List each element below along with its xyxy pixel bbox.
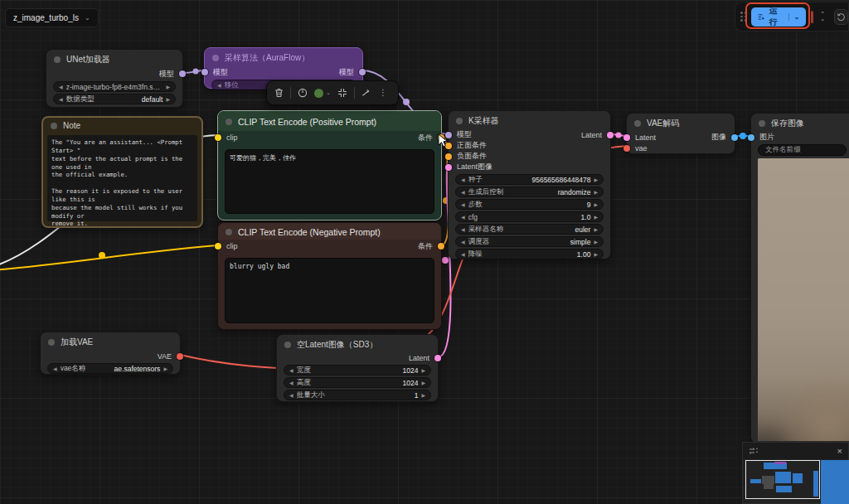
scheduler-widget[interactable]: ◀ 调度器 simple ▶ — [455, 236, 604, 247]
image-preview[interactable] — [758, 158, 849, 441]
widget-right-arrow-icon[interactable]: ▶ — [166, 85, 170, 90]
widget-left-arrow-icon[interactable]: ◀ — [289, 368, 294, 373]
widget-left-arrow-icon[interactable]: ◀ — [461, 190, 465, 195]
node-clip-positive[interactable]: CLIP Text Encode (Positive Prompt) clip … — [217, 110, 442, 220]
steps-widget[interactable]: ◀ 步数 9 ▶ — [455, 199, 604, 210]
widget-left-arrow-icon[interactable]: ◀ — [461, 177, 465, 182]
negative-prompt-textarea[interactable]: blurry ugly bad — [225, 258, 434, 323]
model-output-port[interactable] — [179, 70, 186, 77]
minimap-viewport[interactable] — [745, 460, 820, 499]
node-aura-header[interactable]: 采样算法（AuraFlow） — [205, 48, 362, 66]
node-save-image[interactable]: 保存图像 图片 文件名前缀 — [750, 113, 849, 443]
widget-right-arrow-icon[interactable]: ▶ — [594, 227, 598, 232]
run-button[interactable]: 运行 ⌄ — [751, 7, 806, 27]
node-vae-decode[interactable]: VAE解码 Latent 图像 vae — [626, 113, 735, 154]
delete-icon[interactable] — [274, 88, 284, 98]
run-options-chevron-icon[interactable]: ⌄ — [788, 13, 800, 21]
collapse-dot-icon[interactable] — [284, 342, 291, 348]
collapse-dot-icon[interactable] — [634, 120, 641, 127]
node-negative-header[interactable]: CLIP Text Encode (Negative Prompt) — [218, 223, 441, 240]
sampler-name-widget[interactable]: ◀ 采样器名称 euler ▶ — [455, 224, 604, 235]
latent-output-port[interactable] — [607, 132, 614, 138]
widget-right-arrow-icon[interactable]: ▶ — [421, 393, 425, 398]
widget-right-arrow-icon[interactable]: ▶ — [594, 177, 598, 182]
widget-right-arrow-icon[interactable]: ▶ — [594, 240, 598, 245]
widget-left-arrow-icon[interactable]: ◀ — [289, 380, 294, 385]
model-input-port[interactable] — [445, 132, 452, 138]
control-after-generate-widget[interactable]: ◀ 生成后控制 randomize ▶ — [455, 187, 604, 197]
filename-prefix-input[interactable]: 文件名前缀 — [758, 144, 847, 156]
model-output-port[interactable] — [359, 69, 366, 75]
cfg-widget[interactable]: ◀ cfg 1.0 ▶ — [455, 211, 604, 222]
node-saveimage-header[interactable]: 保存图像 — [751, 114, 849, 132]
batch-count-stepper[interactable]: ⌃ ⌄ — [816, 7, 829, 27]
minimap-panel[interactable]: × — [742, 442, 849, 504]
collapse-icon[interactable] — [337, 88, 347, 98]
node-clip-negative[interactable]: CLIP Text Encode (Negative Prompt) clip … — [217, 222, 442, 330]
clip-input-port[interactable] — [215, 243, 221, 250]
collapse-dot-icon[interactable] — [51, 123, 57, 129]
width-widget[interactable]: ◀ 宽度 1024 ▶ — [284, 365, 431, 376]
widget-left-arrow-icon[interactable]: ◀ — [461, 240, 465, 245]
widget-left-arrow-icon[interactable]: ◀ — [53, 366, 57, 371]
batch-size-widget[interactable]: ◀ 批量大小 1 ▶ — [284, 390, 431, 400]
collapse-dot-icon[interactable] — [226, 119, 232, 125]
collapse-dot-icon[interactable] — [48, 339, 55, 346]
bypass-icon[interactable] — [298, 88, 308, 98]
reroute-icon[interactable] — [361, 89, 372, 98]
denoise-widget[interactable]: ◀ 降噪 1.00 ▶ — [455, 249, 604, 259]
vae-input-port[interactable] — [623, 145, 630, 152]
collapse-dot-icon[interactable] — [54, 56, 61, 63]
latent-input-port[interactable] — [445, 164, 452, 171]
collapse-dot-icon[interactable] — [226, 229, 232, 235]
widget-right-arrow-icon[interactable]: ▶ — [166, 97, 170, 102]
image-output-port[interactable] — [731, 134, 738, 141]
widget-right-arrow-icon[interactable]: ▶ — [594, 202, 598, 207]
node-empty-latent[interactable]: 空Latent图像（SD3） Latent ◀ 宽度 1024 ▶ ◀ 高度 1… — [276, 334, 439, 402]
node-loadvae-header[interactable]: 加载VAE — [41, 332, 180, 351]
latent-input-port[interactable] — [623, 134, 630, 141]
negative-input-port[interactable] — [445, 153, 452, 160]
conditioning-output-port[interactable] — [438, 134, 444, 141]
minimap-canvas[interactable] — [743, 459, 848, 503]
node-ksampler[interactable]: K采样器 模型 Latent 正面条件 负面条件 Latent图像 ◀ 种子 9… — [448, 110, 611, 259]
widget-right-arrow-icon[interactable]: ▶ — [594, 190, 598, 195]
unet-dtype-widget[interactable]: ◀ 数据类型 default ▶ — [53, 94, 176, 104]
model-input-port[interactable] — [201, 69, 208, 75]
height-widget[interactable]: ◀ 高度 1024 ▶ — [284, 377, 431, 388]
widget-left-arrow-icon[interactable]: ◀ — [217, 83, 221, 88]
node-unet-header[interactable]: UNet加载器 — [46, 50, 182, 68]
latent-output-port[interactable] — [434, 355, 441, 361]
widget-left-arrow-icon[interactable]: ◀ — [289, 393, 294, 398]
note-text[interactable]: The "You are an assistant... <Prompt Sta… — [47, 135, 197, 221]
widget-left-arrow-icon[interactable]: ◀ — [461, 252, 465, 257]
node-color-picker[interactable]: ⌄ — [314, 89, 331, 98]
collapse-dot-icon[interactable] — [759, 120, 765, 127]
node-positive-header[interactable]: CLIP Text Encode (Positive Prompt) — [218, 111, 441, 131]
node-note[interactable]: Note The "You are an assistant... <Promp… — [41, 116, 203, 228]
history-button[interactable] — [834, 9, 848, 25]
widget-left-arrow-icon[interactable]: ◀ — [461, 227, 465, 232]
widget-right-arrow-icon[interactable]: ▶ — [421, 368, 425, 373]
unet-name-widget[interactable]: ◀ z-image-turbo-fp8-e4m3fn.safete ... ▶ — [53, 81, 176, 92]
node-ksampler-header[interactable]: K采样器 — [449, 111, 610, 129]
widget-right-arrow-icon[interactable]: ▶ — [163, 366, 167, 371]
collapse-dot-icon[interactable] — [212, 55, 219, 61]
more-menu-icon[interactable]: ⋮ — [379, 89, 387, 97]
clip-input-port[interactable] — [215, 134, 221, 141]
widget-left-arrow-icon[interactable]: ◀ — [59, 85, 63, 90]
drag-handle-icon[interactable] — [740, 12, 747, 22]
vae-output-port[interactable] — [177, 353, 183, 360]
collapse-dot-icon[interactable] — [456, 118, 463, 124]
seed-widget[interactable]: ◀ 种子 956565686448478 ▶ — [455, 174, 604, 185]
vae-name-widget[interactable]: ◀ vae名称 ae.safetensors ▶ — [47, 363, 173, 374]
widget-left-arrow-icon[interactable]: ◀ — [59, 97, 63, 102]
widget-right-arrow-icon[interactable]: ▶ — [421, 380, 425, 385]
node-load-vae[interactable]: 加载VAE VAE ◀ vae名称 ae.safetensors ▶ — [40, 332, 181, 375]
chevron-down-icon[interactable]: ⌄ — [820, 17, 825, 22]
workflow-icon[interactable] — [749, 447, 759, 455]
node-emptylatent-header[interactable]: 空Latent图像（SD3） — [277, 335, 438, 353]
positive-prompt-textarea[interactable]: 可爱的猫，完美，佳作 — [225, 149, 434, 214]
widget-left-arrow-icon[interactable]: ◀ — [461, 215, 465, 220]
positive-input-port[interactable] — [445, 143, 452, 149]
